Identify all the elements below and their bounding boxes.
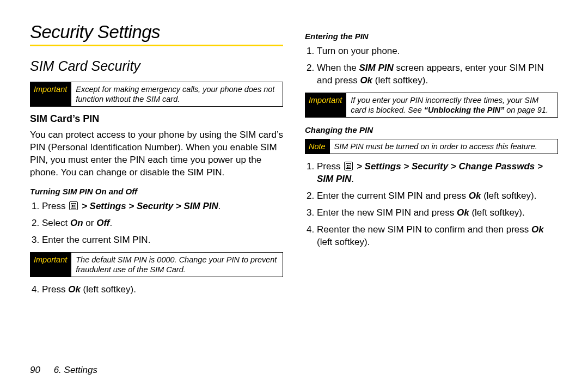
list-item: Press Ok (left softkey).	[42, 284, 283, 296]
callout-text: The default SIM PIN is 0000. Change your…	[71, 253, 283, 277]
ok-key: Ok	[469, 191, 481, 201]
callout-text: SIM PIN must be turned on in order to ac…	[330, 139, 558, 154]
list-item: Reenter the new SIM PIN to confirm and t…	[317, 224, 558, 249]
step-text: (left softkey).	[481, 191, 536, 201]
menu-path: > Settings > Security > SIM PIN	[79, 201, 218, 211]
callout-tag: Important	[30, 82, 71, 106]
body-text: You can protect access to your phone by …	[30, 129, 283, 179]
manual-page: Security Settings SIM Card Security Impo…	[0, 0, 588, 392]
page-footer: 90 6. Settings	[30, 365, 97, 376]
procedure-list-cont: Press Ok (left softkey).	[30, 284, 283, 296]
ok-key: Ok	[531, 224, 544, 235]
procedure-heading: Turning SIM PIN On and Off	[30, 187, 283, 196]
menu-key-icon	[69, 201, 78, 210]
important-callout: Important If you enter your PIN incorrec…	[305, 93, 558, 118]
ok-key: Ok	[360, 75, 372, 85]
step-text: When the	[317, 63, 359, 73]
procedure-list: Turn on your phone. When the SIM PIN scr…	[305, 45, 558, 87]
option-on: On	[70, 218, 83, 228]
callout-ref: “Unblocking the PIN”	[424, 106, 504, 114]
list-item: Turn on your phone.	[317, 45, 558, 58]
note-callout: Note SIM PIN must be turned on in order …	[305, 139, 558, 154]
two-column-layout: Security Settings SIM Card Security Impo…	[30, 22, 558, 302]
page-number: 90	[30, 365, 40, 375]
procedure-list: Press > Settings > Security > Change Pas…	[305, 161, 558, 249]
callout-tag: Important	[30, 253, 71, 277]
step-text: (left softkey).	[372, 75, 428, 85]
step-text: Press	[42, 284, 68, 295]
step-text: (left softkey).	[81, 284, 136, 295]
page-title: Security Settings	[30, 22, 283, 42]
important-callout: Important Except for making emergency ca…	[30, 82, 283, 107]
step-text: Enter the current SIM PIN and press	[317, 191, 469, 201]
procedure-heading: Changing the PIN	[305, 125, 558, 134]
step-text: Reenter the new SIM PIN to confirm and t…	[317, 224, 531, 235]
step-text: (left softkey).	[317, 237, 370, 247]
procedure-list: Press > Settings > Security > SIM PIN. S…	[30, 200, 283, 247]
footer-section: 6. Settings	[54, 365, 97, 375]
list-item: Enter the current SIM PIN and press Ok (…	[317, 190, 558, 203]
callout-text: Except for making emergency calls, your …	[71, 82, 283, 106]
step-text: Select	[42, 218, 70, 228]
step-text: Press	[317, 161, 343, 171]
right-column: Entering the PIN Turn on your phone. Whe…	[305, 22, 558, 302]
step-text: .	[351, 174, 354, 184]
list-item: Press > Settings > Security > Change Pas…	[317, 161, 558, 186]
callout-text: If you enter your PIN incorrectly three …	[346, 93, 558, 117]
option-off: Off	[96, 218, 109, 228]
ok-key: Ok	[68, 284, 81, 295]
callout-line: on page 91.	[504, 106, 548, 114]
menu-key-icon	[344, 162, 353, 170]
step-text: .	[109, 218, 112, 228]
list-item: When the SIM PIN screen appears, enter y…	[317, 62, 558, 87]
screen-name: SIM PIN	[359, 63, 394, 73]
step-text: (left softkey).	[469, 207, 525, 218]
step-text: Enter the new SIM PIN and press	[317, 207, 457, 218]
subsection-heading: SIM Card’s PIN	[30, 113, 283, 125]
list-item: Press > Settings > Security > SIM PIN.	[42, 200, 283, 213]
list-item: Enter the new SIM PIN and press Ok (left…	[317, 207, 558, 219]
step-text: .	[218, 201, 221, 211]
list-item: Select On or Off.	[42, 217, 283, 230]
left-column: Security Settings SIM Card Security Impo…	[30, 22, 283, 302]
callout-tag: Note	[305, 139, 330, 154]
important-callout: Important The default SIM PIN is 0000. C…	[30, 252, 283, 277]
list-item: Enter the current SIM PIN.	[42, 234, 283, 247]
callout-tag: Important	[305, 93, 346, 117]
step-text: or	[83, 218, 97, 228]
ok-key: Ok	[457, 207, 469, 218]
step-text: Press	[42, 201, 68, 211]
procedure-heading: Entering the PIN	[305, 32, 558, 41]
section-heading: SIM Card Security	[30, 58, 283, 74]
yellow-rule	[30, 45, 283, 46]
